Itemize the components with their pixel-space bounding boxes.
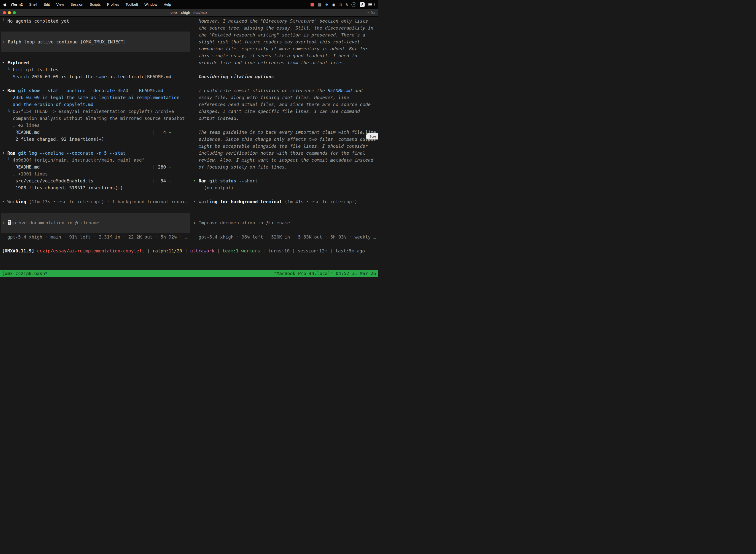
terminal-row xyxy=(191,191,378,198)
terminal-row: changes, I can't cite specific file line… xyxy=(191,108,378,115)
terminal-row: • Explored xyxy=(0,59,191,66)
terminal-row xyxy=(191,122,378,129)
terminal-row: slight risk that future readers may over… xyxy=(191,39,378,45)
terminal-row: └ List git ls-files xyxy=(0,66,191,73)
window-manager-icon[interactable]: ▦ xyxy=(318,3,321,6)
terminal-row: companion analysis without altering the … xyxy=(0,115,191,122)
terminal-row: └ No agents completed yet xyxy=(0,18,191,24)
tmux-host-clock: "MacBook-Pro-44.local" 04:52 31-Mar-26 xyxy=(274,270,376,277)
menu-item-window[interactable]: Window xyxy=(144,2,157,6)
right-agent-pane[interactable]: However, I noticed the "Directory Struct… xyxy=(191,17,378,246)
terminal-row: provide file and line references from th… xyxy=(191,59,378,66)
minimize-window-button[interactable] xyxy=(8,11,11,14)
right-scrollback: However, I noticed the "Directory Struct… xyxy=(191,17,378,205)
terminal-row xyxy=(0,143,191,150)
terminal-row xyxy=(0,191,191,198)
terminal-row: review. Also, I might want to inspect th… xyxy=(191,157,378,164)
tmux-session-label: [omx-cczip0:bash* xyxy=(2,270,48,277)
app-grid-icon[interactable]: ⠿ xyxy=(339,3,342,6)
right-pane-bottom: › Improve documentation in @filename gpt… xyxy=(191,213,378,246)
terminal-row: … +1901 lines xyxy=(0,170,191,177)
right-prompt-input[interactable]: › Improve documentation in @filename xyxy=(191,213,378,233)
terminal-row: output instead. xyxy=(191,115,378,122)
macos-menu-bar: iTerm2ShellEditViewSessionScriptsProfile… xyxy=(0,0,378,9)
battery-icon[interactable] xyxy=(368,3,375,6)
menu-item-iterm2[interactable]: iTerm2 xyxy=(11,2,22,6)
terminal-row: • Ran git status --short xyxy=(191,177,378,184)
close-window-button[interactable] xyxy=(3,11,6,14)
terminal-row: › Improve documentation in @filename xyxy=(191,219,378,226)
traffic-lights xyxy=(0,11,16,14)
terminal-row: Considering citation options xyxy=(191,73,378,80)
terminal-row: … +2 lines xyxy=(0,122,191,129)
terminal-row xyxy=(0,24,191,32)
battery-percentage-badge[interactable]: .61 xyxy=(352,2,356,7)
terminal-row: the source tree, missing the essay. Stil… xyxy=(191,24,378,32)
hotkey-icon[interactable]: 8 xyxy=(346,3,348,6)
zoom-window-button[interactable] xyxy=(13,11,16,14)
terminal-row: └ 067f154 (HEAD -> essay/ai-reimplementa… xyxy=(0,108,191,115)
terminal-row xyxy=(191,170,378,177)
left-scrollback: └ No agents completed yet› Ralph loop ac… xyxy=(0,17,191,205)
menu-item-edit[interactable]: Edit xyxy=(44,2,50,6)
terminal-row: └ (no output) xyxy=(191,184,378,191)
terminal-row: Search 2026-03-09-is-legal-the-same-as-l… xyxy=(0,73,191,80)
terminal-row: • Working (11m 13s • esc to interrupt) ·… xyxy=(0,198,191,205)
left-agent-pane[interactable]: └ No agents completed yet› Ralph loop ac… xyxy=(0,17,191,246)
terminal-row: I could cite commit statistics or refere… xyxy=(191,87,378,94)
menu-items: iTerm2ShellEditViewSessionScriptsProfile… xyxy=(11,2,171,6)
left-pane-bottom: › Improve documentation in @filename gpt… xyxy=(0,213,191,246)
terminal-row xyxy=(0,52,191,59)
menu-item-help[interactable]: Help xyxy=(164,2,171,6)
tmux-panes: └ No agents completed yet› Ralph loop ac… xyxy=(0,17,378,246)
right-model-status: gpt-5.4 xhigh · 96% left · 520K in · 5.8… xyxy=(191,233,378,240)
terminal-row: the "Related research writing" section i… xyxy=(191,32,378,39)
terminal-row: [OMX#0.11.9] cczip/essay/ai-reimplementa… xyxy=(0,247,378,255)
terminal-row: › Ralph loop active continue [OMX_TMUX_I… xyxy=(1,39,190,45)
screen-recording-indicator[interactable] xyxy=(311,3,314,6)
terminal-row xyxy=(191,80,378,87)
terminal-row: 2 files changed, 92 insertions(+) xyxy=(0,136,191,143)
terminal-row xyxy=(0,80,191,87)
window-title-bar[interactable]: omx --xhigh --madmax ⌥⌘1 xyxy=(0,9,378,17)
terminal-row: gpt-5.4 xhigh · main · 91% left · 2.31M … xyxy=(0,233,191,240)
menu-app-icon[interactable]: ◉ xyxy=(332,3,335,6)
terminal-row: essay file, along with finding root file… xyxy=(191,94,378,101)
menu-item-shell[interactable]: Shell xyxy=(29,2,37,6)
terminal-row: └ 4b9d30f (origin/main, instructkr/main,… xyxy=(0,157,191,164)
menu-item-session[interactable]: Session xyxy=(70,2,83,6)
screen-share-overlay-button[interactable]: Scre xyxy=(366,133,378,140)
menu-item-scripts[interactable]: Scripts xyxy=(90,2,101,6)
ralph-loop-banner: › Ralph loop active continue [OMX_TMUX_I… xyxy=(1,32,190,52)
terminal-row: • Ran git log --oneline --decorate -n 5 … xyxy=(0,150,191,157)
input-source-icon[interactable]: A xyxy=(360,2,365,7)
terminal-row: However, I noticed the "Directory Struct… xyxy=(191,18,378,24)
terminal-row: 1903 files changed, 513517 insertions(+) xyxy=(0,184,191,191)
terminal-row: › Improve documentation in @filename xyxy=(1,219,190,226)
apple-menu-icon[interactable] xyxy=(3,2,7,6)
terminal-row: • Ran git show --stat --oneline --decora… xyxy=(0,87,191,94)
terminal-row: src/voice/voiceModeEnabled.ts | 54 + xyxy=(0,177,191,184)
terminal-row: README.md | 280 + xyxy=(0,164,191,170)
terminal-row: 2026-03-09-is-legal-the-same-as-legitima… xyxy=(0,94,191,101)
terminal-row: including verification notes with those … xyxy=(191,150,378,157)
menu-item-view[interactable]: View xyxy=(56,2,64,6)
terminal-row: might be acceptable alongside the file l… xyxy=(191,143,378,150)
terminal-row: and-the-erosion-of-copyleft.md xyxy=(0,101,191,108)
launcher-icon[interactable]: ❖ xyxy=(325,3,328,6)
omx-session-status-line: [OMX#0.11.9] cczip/essay/ai-reimplementa… xyxy=(0,247,378,255)
terminal-row: companion file, especially if more comme… xyxy=(191,45,378,52)
terminal-row: of focusing solely on file lines. xyxy=(191,164,378,170)
terminal-row: The team guideline is to back every impo… xyxy=(191,129,378,136)
terminal-row: README.md | 4 + xyxy=(0,129,191,136)
menu-item-profiles[interactable]: Profiles xyxy=(107,2,119,6)
left-prompt-input[interactable]: › Improve documentation in @filename xyxy=(1,213,190,233)
window-shortcut-badge: ⌥⌘1 xyxy=(367,11,378,15)
terminal-row: references need actual files, and since … xyxy=(191,101,378,108)
window-title: omx --xhigh --madmax xyxy=(0,11,378,15)
terminal-row: gpt-5.4 xhigh · 96% left · 520K in · 5.8… xyxy=(191,233,378,240)
terminal-row: • Waiting for background terminal (1m 41… xyxy=(191,198,378,205)
terminal-row: evidence. Since this change only affects… xyxy=(191,136,378,143)
tmux-status-bar: [omx-cczip0:bash* "MacBook-Pro-44.local"… xyxy=(0,270,378,277)
menu-item-toolbelt[interactable]: Toolbelt xyxy=(126,2,138,6)
